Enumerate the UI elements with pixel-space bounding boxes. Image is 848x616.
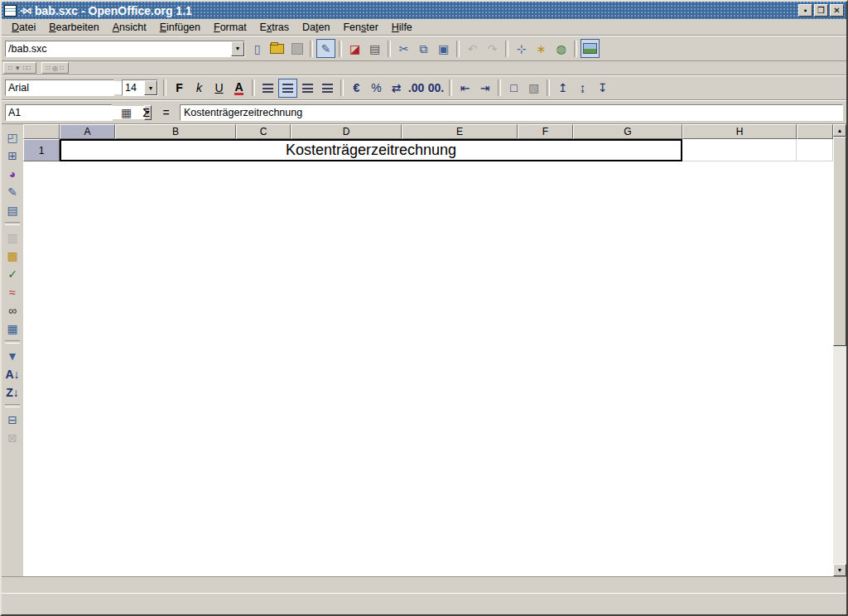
- sort-descending-icon[interactable]: Z↓: [3, 383, 22, 401]
- gallery-icon[interactable]: [581, 39, 600, 58]
- menu-item-bearbeiten[interactable]: Bearbeiten: [42, 21, 105, 34]
- col-header-B[interactable]: B: [115, 124, 236, 139]
- export-pdf-icon[interactable]: ◪: [345, 39, 364, 58]
- col-header-F[interactable]: F: [518, 124, 573, 139]
- formula-input[interactable]: [181, 107, 842, 118]
- open-icon[interactable]: [267, 39, 287, 58]
- autofilter-icon[interactable]: ▼: [3, 347, 22, 364]
- restore-button[interactable]: ❒: [814, 4, 828, 17]
- font-size-dropdown-icon[interactable]: ▼: [144, 80, 157, 95]
- form-functions-icon[interactable]: ▤: [3, 201, 22, 219]
- scroll-down-icon[interactable]: ▼: [833, 564, 846, 576]
- col-header-E[interactable]: E: [402, 124, 518, 139]
- collapsed-toolbar-1[interactable]: ∷ ▼ ∷∷: [3, 62, 36, 74]
- vertical-scrollbar[interactable]: ▲ ▼: [833, 124, 846, 576]
- auto-spellcheck-icon[interactable]: ≈: [3, 283, 22, 301]
- title-bar[interactable]: -⋈ bab.sxc - OpenOffice.org 1.1 ▪❒✕: [2, 2, 846, 19]
- collapsed-toolbar-2[interactable]: ∷ ◎ ∷: [41, 62, 70, 74]
- autopilot-icon[interactable]: ∗: [532, 39, 551, 58]
- copy-icon[interactable]: ⧉: [414, 39, 433, 58]
- sort-ascending-icon[interactable]: A↓: [3, 365, 22, 383]
- align-center-vertical-icon[interactable]: ↨: [573, 79, 592, 98]
- new-document-icon[interactable]: ▯: [248, 39, 267, 58]
- align-bottom-icon[interactable]: ↧: [593, 79, 612, 98]
- print-icon[interactable]: ▤: [365, 39, 384, 58]
- insert-icon[interactable]: ◰: [3, 128, 22, 146]
- draw-functions-icon[interactable]: ✎: [3, 183, 22, 200]
- data-sources-icon[interactable]: ▦: [3, 320, 22, 337]
- italic-icon[interactable]: k: [190, 79, 209, 98]
- equals-icon[interactable]: =: [157, 103, 176, 122]
- menu-item-format[interactable]: Format: [207, 21, 253, 34]
- menu-item-fenster[interactable]: Fenster: [336, 21, 384, 34]
- align-center-icon[interactable]: [278, 79, 297, 98]
- align-left-icon[interactable]: [258, 79, 277, 98]
- themes-icon[interactable]: ▩: [3, 247, 22, 264]
- ungroup-icon: ⊠: [3, 429, 22, 446]
- align-top-icon[interactable]: ↥: [553, 79, 572, 98]
- col-header-H[interactable]: H: [682, 124, 797, 139]
- function-autopilot-icon[interactable]: ▦: [117, 103, 136, 122]
- add-decimal-icon[interactable]: .00: [407, 79, 426, 98]
- font-color-icon[interactable]: A: [229, 79, 248, 98]
- col-header-A[interactable]: A: [60, 124, 115, 139]
- cell-A1[interactable]: Kostenträgerzeitrechnung: [60, 139, 682, 161]
- menu-item-einfgen[interactable]: Einfügen: [153, 21, 207, 34]
- col-header-D[interactable]: D: [291, 124, 402, 139]
- insert-object-icon[interactable]: ◕: [3, 165, 22, 182]
- align-justify-icon[interactable]: [318, 79, 337, 98]
- minimize-button[interactable]: ▪: [798, 4, 812, 17]
- row-header-1[interactable]: 1: [23, 139, 60, 161]
- italic-icon-glyph: k: [196, 82, 202, 94]
- vertical-scroll-thumb[interactable]: [833, 137, 846, 346]
- align-right-icon[interactable]: [298, 79, 317, 98]
- underline-icon[interactable]: U: [210, 79, 229, 98]
- document-globe-icon[interactable]: ◍: [552, 39, 571, 58]
- url-combo[interactable]: ▼: [5, 41, 245, 57]
- menu-item-datei[interactable]: Datei: [5, 21, 42, 34]
- toolbar-separator: [547, 79, 550, 96]
- col-header-G[interactable]: G: [573, 124, 682, 139]
- borders-icon[interactable]: □: [504, 79, 523, 98]
- url-dropdown-icon[interactable]: ▼: [231, 41, 244, 56]
- insert-cells-icon[interactable]: ⊞: [3, 147, 22, 164]
- navigator-icon[interactable]: ⊹: [512, 39, 531, 58]
- cell-reference-box[interactable]: ▼: [5, 104, 113, 121]
- redo-icon: ↷: [483, 39, 502, 58]
- cell-H1[interactable]: [682, 139, 797, 161]
- font-size-combo[interactable]: ▼: [122, 79, 158, 96]
- menu-item-hilfe[interactable]: Hilfe: [385, 21, 419, 34]
- menu-item-extras[interactable]: Extras: [253, 21, 296, 34]
- scroll-up-icon[interactable]: ▲: [833, 124, 846, 137]
- toolbar-separator: [505, 41, 508, 57]
- col-header-corner[interactable]: [23, 124, 60, 139]
- background-color-icon[interactable]: ▧: [524, 79, 543, 98]
- menu-item-ansicht[interactable]: Ansicht: [106, 21, 153, 34]
- vertical-scroll-track[interactable]: [833, 137, 846, 564]
- standard-format-icon[interactable]: ⇄: [387, 79, 406, 98]
- font-size-input[interactable]: [123, 81, 144, 94]
- bold-icon[interactable]: F: [170, 79, 189, 98]
- col-header-corner[interactable]: [797, 124, 833, 139]
- cell-I1[interactable]: [797, 139, 833, 161]
- font-name-combo[interactable]: ▼: [5, 79, 114, 96]
- decrease-indent-icon[interactable]: ⇤: [455, 79, 475, 98]
- paste-icon[interactable]: ▣: [434, 39, 453, 58]
- group-icon[interactable]: ⊟: [3, 411, 22, 428]
- spellcheck-icon[interactable]: ✓: [3, 265, 22, 282]
- open-icon: [270, 44, 284, 54]
- sum-icon[interactable]: Σ: [137, 103, 156, 122]
- currency-format-icon[interactable]: €: [347, 79, 366, 98]
- close-button[interactable]: ✕: [830, 4, 844, 17]
- increase-indent-icon[interactable]: ⇥: [475, 79, 494, 98]
- delete-decimal-icon[interactable]: 00.: [426, 79, 446, 98]
- find-replace-icon[interactable]: ∞: [3, 301, 22, 319]
- percent-format-icon[interactable]: %: [367, 79, 386, 98]
- cut-icon[interactable]: ✂: [394, 39, 413, 58]
- edit-file-icon[interactable]: ✎: [316, 39, 335, 58]
- col-header-C[interactable]: C: [236, 124, 291, 139]
- url-input[interactable]: [6, 42, 231, 55]
- menu-item-daten[interactable]: Daten: [296, 21, 336, 34]
- input-line[interactable]: [180, 104, 843, 121]
- save-icon: [292, 43, 303, 55]
